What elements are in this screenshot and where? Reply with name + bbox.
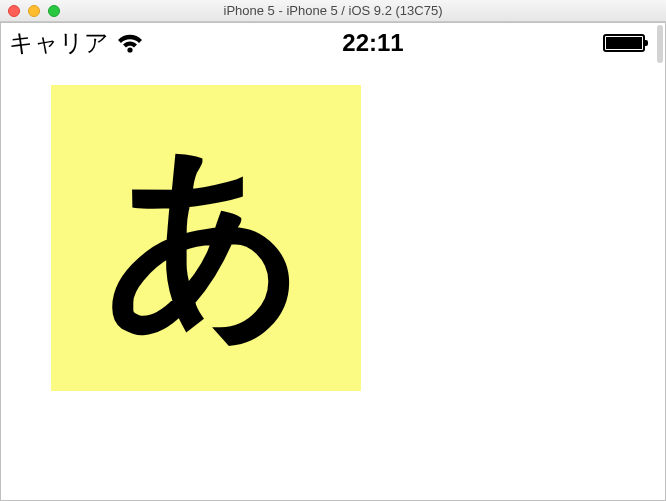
- zoom-icon[interactable]: [48, 5, 60, 17]
- wifi-icon: [117, 33, 143, 53]
- character-label: あ: [104, 138, 309, 338]
- battery-icon: [603, 34, 645, 52]
- status-left: キャリア: [9, 27, 143, 59]
- svg-point-0: [127, 47, 132, 52]
- window-title: iPhone 5 - iPhone 5 / iOS 9.2 (13C75): [0, 3, 666, 18]
- close-icon[interactable]: [8, 5, 20, 17]
- simulator-screen[interactable]: キャリア 22:11 あ: [1, 23, 655, 500]
- ios-status-bar: キャリア 22:11: [1, 23, 655, 63]
- traffic-lights: [0, 5, 60, 17]
- carrier-label: キャリア: [9, 27, 109, 59]
- battery-fill: [606, 37, 642, 49]
- simulator-viewport: キャリア 22:11 あ: [0, 22, 666, 501]
- minimize-icon[interactable]: [28, 5, 40, 17]
- scrollbar-thumb[interactable]: [657, 25, 663, 63]
- status-right: [603, 34, 645, 52]
- status-clock: 22:11: [342, 29, 403, 57]
- window-titlebar: iPhone 5 - iPhone 5 / iOS 9.2 (13C75): [0, 0, 666, 22]
- yellow-box: あ: [51, 85, 361, 391]
- app-content: あ: [1, 63, 655, 500]
